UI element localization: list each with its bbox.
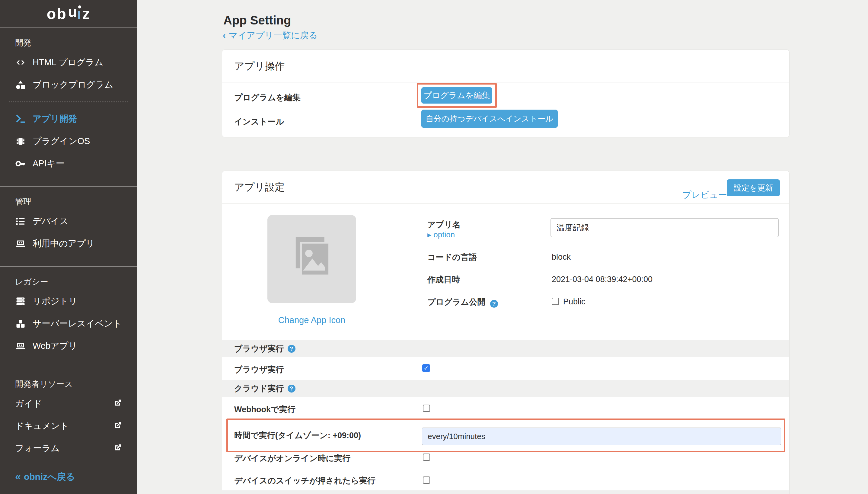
app-operations-title: アプリ操作 <box>234 59 284 73</box>
app-name-input[interactable] <box>551 218 779 238</box>
publish-label: プログラム公開 ? <box>427 297 498 308</box>
schedule-exec-label: 時間で実行(タイムゾーン: +09:00) <box>234 430 361 441</box>
code-language-value: block <box>552 252 571 262</box>
public-checkbox[interactable] <box>552 298 559 305</box>
code-language-label: コードの言語 <box>427 252 477 263</box>
cloud-exec-section-header: クラウド実行 ? <box>222 380 789 397</box>
switch-exec-label: デバイスのスイッチが押されたら実行 <box>234 475 375 486</box>
sidebar-item-app-dev[interactable]: アプリ開発 <box>0 108 137 130</box>
divider <box>222 82 789 82</box>
question-icon[interactable]: ? <box>288 385 295 393</box>
microchip-icon <box>15 136 26 147</box>
sidebar-item-plugin-os[interactable]: プラグインOS <box>0 130 137 152</box>
code-icon <box>15 57 26 68</box>
sidebar-item-label: Webアプリ <box>33 340 77 352</box>
divider <box>222 203 789 204</box>
install-label: インストール <box>234 116 284 127</box>
cubes-icon <box>15 318 26 329</box>
app-setting-page: obnız 開発 HTML プログラム ブロックプログラム アプリ開発 プラグイ… <box>0 0 868 494</box>
question-icon[interactable]: ? <box>490 300 498 308</box>
edit-program-label: プログラムを編集 <box>234 92 301 103</box>
switch-exec-checkbox[interactable] <box>423 476 430 484</box>
images-icon <box>283 230 340 288</box>
external-link-icon <box>114 399 122 409</box>
logo-text-i: ı <box>77 5 82 23</box>
edit-program-button[interactable]: プログラムを編集 <box>421 87 492 103</box>
sidebar-header-management: 管理 <box>0 191 137 210</box>
sidebar-item-label: アプリ開発 <box>33 113 77 125</box>
sidebar-item-label: ガイド <box>15 398 42 410</box>
dotted-divider <box>9 101 128 102</box>
option-link[interactable]: ▶ option <box>427 230 455 240</box>
back-link-label: マイアプリ一覧に戻る <box>229 31 318 40</box>
browser-exec-label: ブラウザ実行 <box>234 364 284 375</box>
webhook-exec-checkbox[interactable] <box>423 405 430 412</box>
sidebar-item-label: プラグインOS <box>33 135 90 147</box>
webhook-exec-label: Webhookで実行 <box>234 404 295 415</box>
shapes-icon <box>15 79 26 90</box>
list-icon <box>15 216 26 227</box>
sidebar-item-guide[interactable]: ガイド <box>0 393 137 415</box>
sidebar-item-block-program[interactable]: ブロックプログラム <box>0 74 137 96</box>
sidebar-group-management: 管理 デバイス 利用中のアプリ <box>0 187 137 267</box>
server-icon <box>15 296 26 307</box>
sidebar-item-forum[interactable]: フォーラム <box>0 437 137 460</box>
page-title: App Setting <box>223 14 291 27</box>
back-to-obniz-label: obnizへ戻る <box>24 472 75 482</box>
sidebar-item-label: サーバーレスイベント <box>33 318 122 330</box>
sidebar-item-apps-in-use[interactable]: 利用中のアプリ <box>0 232 137 255</box>
sidebar-item-repository[interactable]: リポジトリ <box>0 290 137 312</box>
app-operations-card: アプリ操作 プログラムを編集 プログラムを編集 インストール 自分の持つデバイス… <box>222 50 790 137</box>
option-link-label: option <box>433 230 455 239</box>
sidebar-item-label: フォーラム <box>15 442 60 454</box>
sidebar-header-development: 開発 <box>0 33 137 51</box>
terminal-icon <box>15 114 26 125</box>
sidebar-item-html-program[interactable]: HTML プログラム <box>0 51 137 74</box>
browser-exec-section-header: ブラウザ実行 ? <box>222 340 789 357</box>
public-checkbox-label: Public <box>563 297 586 306</box>
sidebar-item-api-key[interactable]: APIキー <box>0 152 137 175</box>
sidebar: obnız 開発 HTML プログラム ブロックプログラム アプリ開発 プラグイ… <box>0 0 137 494</box>
created-at-value: 2021-03-04 08:39:42+00:00 <box>552 275 652 284</box>
preview-link[interactable]: プレビュー <box>683 189 727 201</box>
logo-text-n: n <box>67 5 77 23</box>
change-app-icon-link[interactable]: Change App Icon <box>268 315 356 325</box>
double-chevron-left-icon: « <box>15 471 21 482</box>
sidebar-item-label: ブロックプログラム <box>33 79 113 91</box>
sidebar-item-label: リポジトリ <box>33 295 77 307</box>
sidebar-item-documents[interactable]: ドキュメント <box>0 415 137 437</box>
created-at-label: 作成日時 <box>427 274 460 285</box>
sidebar-item-label: デバイス <box>33 215 68 227</box>
sidebar-group-legacy: レガシー リポジトリ サーバーレスイベント Webアプリ <box>0 267 137 369</box>
install-button[interactable]: 自分の持つデバイスへインストール <box>421 110 558 128</box>
sidebar-item-label: ドキュメント <box>15 420 69 432</box>
app-settings-title: アプリ設定 <box>234 180 284 194</box>
chevron-left-icon: ‹ <box>223 31 226 40</box>
update-settings-button[interactable]: 設定を更新 <box>727 179 780 196</box>
logo-text: ob <box>47 5 67 23</box>
sidebar-group-development: 開発 HTML プログラム ブロックプログラム アプリ開発 プラグインOS AP… <box>0 28 137 187</box>
sidebar-group-developer-resources: 開発者リソース ガイド ドキュメント フォーラム <box>0 369 137 471</box>
sidebar-item-devices[interactable]: デバイス <box>0 210 137 232</box>
laptop-code-icon <box>15 341 26 352</box>
app-name-label: アプリ名 <box>427 219 460 230</box>
back-to-apps-link[interactable]: ‹マイアプリ一覧に戻る <box>223 30 317 42</box>
laptop-code-icon <box>15 238 26 249</box>
caret-right-icon: ▶ <box>427 232 431 238</box>
sidebar-item-serverless-events[interactable]: サーバーレスイベント <box>0 312 137 335</box>
sidebar-header-developer-resources: 開発者リソース <box>0 374 137 393</box>
online-exec-checkbox[interactable] <box>423 454 430 461</box>
external-link-icon <box>114 421 122 432</box>
sidebar-item-label: HTML プログラム <box>33 56 103 69</box>
sidebar-back-to-obniz[interactable]: «obnizへ戻る <box>15 471 75 483</box>
app-settings-card: アプリ設定 プレビュー 設定を更新 Change App Icon アプリ名 ▶… <box>222 171 790 494</box>
app-icon-placeholder[interactable] <box>268 215 356 303</box>
sidebar-item-web-app[interactable]: Webアプリ <box>0 335 137 357</box>
question-icon[interactable]: ? <box>288 345 295 353</box>
browser-exec-checkbox[interactable]: ✓ <box>422 364 430 372</box>
obniz-logo[interactable]: obnız <box>0 0 137 28</box>
key-icon <box>15 158 26 169</box>
schedule-exec-input[interactable] <box>422 428 781 445</box>
logo-text-z: z <box>82 5 91 23</box>
sidebar-item-label: APIキー <box>33 158 64 170</box>
